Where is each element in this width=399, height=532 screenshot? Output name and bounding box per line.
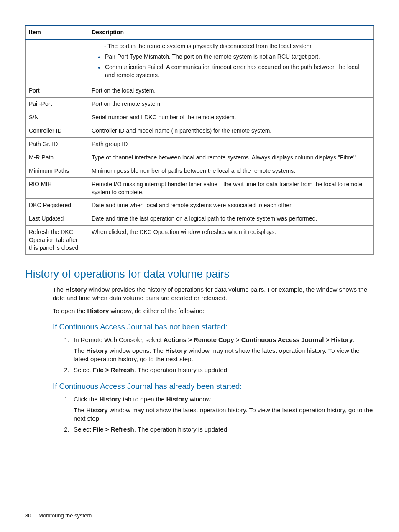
step-item: Click the History tab to open the Histor…	[71, 395, 374, 423]
cell-item: Pair-Port	[26, 98, 88, 111]
section-heading: History of operations for data volume pa…	[25, 267, 374, 281]
step-item: Select File > Refresh. The operation his…	[71, 366, 374, 374]
text: To open the	[53, 307, 87, 314]
table-row: Refresh the DKC Operation tab after this…	[26, 226, 374, 255]
table-row: Pair-PortPort on the remote system.	[26, 98, 374, 111]
bullet-list: Pair-Port Type Mismatch. The port on the…	[92, 53, 370, 79]
text: . The operation history is updated.	[134, 366, 229, 373]
table-row: PortPort on the local system.	[26, 84, 374, 98]
cell-item: Port	[26, 84, 88, 98]
item-description-table: Item Description - The port in the remot…	[25, 25, 374, 255]
history-bold: History	[100, 396, 121, 403]
col-desc-header: Description	[88, 26, 373, 39]
cell-item: Refresh the DKC Operation tab after this…	[26, 226, 88, 255]
text: Select	[74, 366, 93, 373]
table-row: Last UpdatedDate and time the last opera…	[26, 212, 374, 226]
table-row: Controller IDController ID and model nam…	[26, 124, 374, 138]
history-bold: History	[65, 286, 87, 293]
text: In Remote Web Console, select	[74, 336, 164, 343]
cell-item: S/N	[26, 111, 88, 124]
history-bold: History	[87, 307, 109, 314]
text: .	[353, 336, 354, 343]
table-row: Minimum PathsMinimum possible number of …	[26, 164, 374, 177]
cell-desc: Remote I/O missing interrupt handler tim…	[88, 177, 373, 199]
bullet-item: Communication Failed. A communication ti…	[99, 63, 370, 79]
table-row: Path Gr. IDPath group ID	[26, 138, 374, 151]
cell-item: RIO MIH	[26, 177, 88, 199]
text: Select	[74, 426, 93, 433]
sub-heading-not-started: If Continuous Access Journal has not bee…	[53, 322, 374, 332]
table-row: RIO MIHRemote I/O missing interrupt hand…	[26, 177, 374, 199]
table-header-row: Item Description	[26, 26, 374, 39]
page-footer: 80 Monitoring the system	[25, 512, 92, 519]
cell-desc: When clicked, the DKC Operation window r…	[88, 226, 373, 255]
cell-item: M-R Path	[26, 151, 88, 164]
cell-desc: Type of channel interface between local …	[88, 151, 373, 164]
steps-list-1: In Remote Web Console, select Actions > …	[59, 336, 374, 375]
history-bold: History	[86, 406, 108, 414]
intro-paragraph-1: The History window provides the history …	[53, 285, 374, 303]
cell-desc: Path group ID	[88, 138, 373, 151]
table-row: S/NSerial number and LDKC number of the …	[26, 111, 374, 124]
table-row: - The port in the remote system is physi…	[26, 39, 374, 84]
cell-item: Controller ID	[26, 124, 88, 138]
text: The	[53, 286, 65, 293]
cell-item: Last Updated	[26, 212, 88, 226]
text: . The operation history is updated.	[134, 426, 229, 433]
step-item: Select File > Refresh. The operation his…	[71, 425, 374, 434]
bullet-item: Pair-Port Type Mismatch. The port on the…	[99, 53, 370, 61]
menu-path-bold: File > Refresh	[93, 366, 134, 373]
history-bold: History	[86, 347, 108, 354]
history-bold: History	[166, 396, 188, 403]
cell-desc: Controller ID and model name (in parenth…	[88, 124, 373, 138]
intro-paragraph-2: To open the History window, do either of…	[53, 307, 374, 315]
sub-entry: - The port in the remote system is physi…	[92, 42, 370, 50]
cell-desc: Minimum possible number of paths between…	[88, 164, 373, 177]
sub-heading-already-started: If Continuous Access Journal has already…	[53, 381, 374, 392]
footer-title: Monitoring the system	[38, 512, 92, 519]
steps-list-2: Click the History tab to open the Histor…	[59, 395, 374, 434]
cell-desc: Date and time when local and remote syst…	[88, 199, 373, 212]
cell-item: Path Gr. ID	[26, 138, 88, 151]
menu-path-bold: Actions > Remote Copy > Continuous Acces…	[164, 336, 353, 343]
step-detail: The History window may not show the late…	[74, 406, 374, 423]
text: window.	[188, 396, 212, 403]
text: window may not show the latest operation…	[74, 406, 373, 422]
cell-desc: Port on the local system.	[88, 84, 373, 98]
table-row: DKC RegisteredDate and time when local a…	[26, 199, 374, 212]
text: The	[74, 406, 86, 414]
cell-desc: Port on the remote system.	[88, 98, 373, 111]
cell-desc: Serial number and LDKC number of the rem…	[88, 111, 373, 124]
step-item: In Remote Web Console, select Actions > …	[71, 336, 374, 364]
col-item-header: Item	[26, 26, 88, 39]
text: window opens. The	[108, 347, 165, 354]
text: tab to open the	[121, 396, 166, 403]
cell-item: DKC Registered	[26, 199, 88, 212]
page-number: 80	[25, 512, 31, 519]
history-bold: History	[165, 347, 187, 354]
text: The	[74, 347, 86, 354]
text: Click the	[74, 396, 100, 403]
step-detail: The History window opens. The History wi…	[74, 347, 374, 364]
cell-desc: Date and time the last operation on a lo…	[88, 212, 373, 226]
cell-desc: - The port in the remote system is physi…	[88, 39, 373, 84]
text: window provides the history of operation…	[53, 286, 367, 301]
cell-item: Minimum Paths	[26, 164, 88, 177]
cell-item	[26, 39, 88, 84]
text: window, do either of the following:	[109, 307, 204, 314]
menu-path-bold: File > Refresh	[93, 426, 134, 433]
table-row: M-R PathType of channel interface betwee…	[26, 151, 374, 164]
